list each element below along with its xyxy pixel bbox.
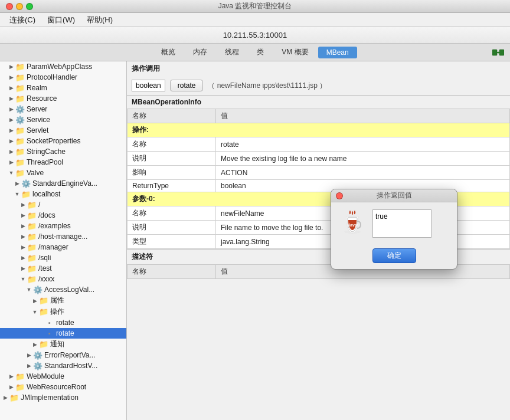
tree-node-29[interactable]: ▶📁WebModule — [0, 371, 126, 382]
tree-arrow-28: ▶ — [25, 363, 33, 369]
tree-label-21: AccessLogVal... — [44, 286, 94, 294]
tree-label-0: ParamWebAppClass — [27, 63, 92, 71]
table-section-label-0: 操作: — [128, 123, 510, 137]
tree-node-6[interactable]: ▶📁Servlet — [0, 125, 126, 136]
menu-connect[interactable]: 连接(C) — [5, 14, 40, 27]
tree-label-5: Service — [27, 116, 50, 124]
tree-icon-3: 📁 — [15, 94, 25, 103]
tree-icon-6: 📁 — [15, 126, 25, 135]
tree-node-10[interactable]: ▼📁Valve — [0, 168, 126, 178]
operation-section-header: 操作调用 — [127, 61, 510, 76]
tree-node-15[interactable]: ▶📁/examples — [0, 221, 126, 231]
tree-icon-4: ⚙️ — [15, 104, 25, 114]
svg-rect-0 — [492, 50, 497, 55]
tree-arrow-31: ▶ — [1, 395, 9, 401]
tree-node-8[interactable]: ▶📁StringCache — [0, 146, 126, 157]
tree-label-11: StandardEngineVa... — [32, 179, 97, 188]
tree-node-23[interactable]: ▼📁操作 — [0, 306, 126, 317]
tree-icon-19: 📁 — [27, 264, 37, 273]
tree-node-19[interactable]: ▶📁/test — [0, 263, 126, 274]
tab-classes[interactable]: 类 — [249, 45, 272, 59]
tree-node-27[interactable]: ▶⚙️ErrorReportVa... — [0, 350, 126, 360]
minimize-button[interactable] — [16, 3, 23, 10]
tree-arrow-16: ▶ — [19, 234, 27, 239]
tree-node-13[interactable]: ▶📁/ — [0, 199, 126, 210]
tree-arrow-23: ▼ — [31, 309, 39, 315]
tree-node-5[interactable]: ▶⚙️Service — [0, 114, 126, 125]
tree-node-31[interactable]: ▶📁JMImplementation — [0, 392, 126, 403]
tab-overview[interactable]: 概览 — [153, 45, 184, 59]
tree-label-25: rotate — [56, 329, 74, 337]
table-row-2: 说明Move the existing log file to a new na… — [128, 152, 510, 166]
tab-memory[interactable]: 内存 — [185, 45, 215, 59]
tree-label-20: /xxxx — [38, 275, 54, 283]
tree-icon-15: 📁 — [27, 221, 37, 231]
table-row-0: 操作: — [128, 123, 510, 137]
tree-label-27: ErrorReportVa... — [44, 351, 95, 359]
tree-icon-13: 📁 — [27, 200, 37, 209]
tab-vm-summary[interactable]: VM 概要 — [273, 45, 316, 59]
table-cell-name-8: 类型 — [128, 235, 216, 249]
tree-icon-23: 📁 — [39, 307, 48, 317]
tree-node-21[interactable]: ▼⚙️AccessLogVal... — [0, 284, 126, 295]
tree-label-6: Servlet — [27, 126, 48, 134]
tree-label-7: SocketProperties — [27, 137, 80, 145]
tree-label-22: 属性 — [50, 296, 64, 306]
tree-label-9: ThreadPool — [27, 158, 63, 166]
tree-label-26: 通知 — [50, 339, 64, 349]
tree-node-18[interactable]: ▶📁/sqli — [0, 252, 126, 263]
tab-mbean[interactable]: MBean — [318, 47, 357, 58]
tree-arrow-2: ▶ — [7, 85, 15, 91]
dialog-ok-button[interactable]: 确定 — [372, 248, 416, 263]
tree-node-25[interactable]: ▪rotate — [0, 328, 126, 339]
tree-node-11[interactable]: ▶⚙️StandardEngineVa... — [0, 178, 126, 189]
table-cell-name-4: ReturnType — [128, 180, 216, 192]
table-cell-name-2: 说明 — [128, 152, 216, 166]
tree-icon-21: ⚙️ — [33, 285, 42, 294]
tree-arrow-7: ▶ — [7, 138, 15, 144]
tree-arrow-13: ▶ — [19, 202, 27, 208]
table-cell-name-7: 说明 — [128, 221, 216, 235]
tree-node-3[interactable]: ▶📁Resource — [0, 93, 126, 104]
tree-label-2: Realm — [27, 84, 47, 92]
operation-section: 操作调用 boolean rotate （ newFileName ιpps\t… — [127, 61, 510, 96]
tree-node-28[interactable]: ▶⚙️StandardHostV... — [0, 360, 126, 371]
tree-node-1[interactable]: ▶📁ProtocolHandler — [0, 72, 126, 83]
operation-result-dialog[interactable]: 操作返回值 — [331, 189, 457, 270]
tab-threads[interactable]: 线程 — [217, 45, 247, 59]
dialog-body: Java true — [331, 202, 457, 245]
close-button[interactable] — [6, 3, 13, 10]
menu-help[interactable]: 帮助(H) — [82, 14, 117, 27]
tree-node-24[interactable]: ▪rotate — [0, 317, 126, 328]
tree-label-17: /manager — [38, 243, 68, 251]
tree-node-0[interactable]: ▶📁ParamWebAppClass — [0, 61, 126, 72]
tree-icon-22: 📁 — [39, 296, 48, 306]
table-cell-value-2: Move the existing log file to a new name — [216, 152, 510, 166]
tree-node-9[interactable]: ▶📁ThreadPool — [0, 157, 126, 168]
tree-node-7[interactable]: ▶📁SocketProperties — [0, 136, 126, 146]
tree-node-26[interactable]: ▶📁通知 — [0, 339, 126, 350]
dialog-close-button[interactable] — [336, 192, 343, 199]
tree-node-14[interactable]: ▶📁/docs — [0, 210, 126, 221]
table-cell-value-1: rotate — [216, 137, 510, 152]
dialog-footer: 确定 — [331, 245, 457, 269]
tree-node-17[interactable]: ▶📁/manager — [0, 242, 126, 252]
tree-node-20[interactable]: ▼📁/xxxx — [0, 274, 126, 284]
tree-arrow-10: ▼ — [7, 170, 15, 176]
invoke-button[interactable]: rotate — [170, 80, 204, 91]
tree-icon-24: ▪ — [45, 318, 54, 327]
tree-icon-7: 📁 — [15, 136, 25, 146]
tree-label-31: JMImplementation — [21, 393, 79, 402]
tree-node-22[interactable]: ▶📁属性 — [0, 295, 126, 306]
tree-node-16[interactable]: ▶📁/host-manage... — [0, 231, 126, 242]
tree-arrow-5: ▶ — [7, 117, 15, 123]
tree-icon-2: 📁 — [15, 83, 25, 93]
maximize-button[interactable] — [26, 3, 33, 10]
tree-node-4[interactable]: ▶⚙️Server — [0, 104, 126, 114]
tree-node-12[interactable]: ▼📁localhost — [0, 189, 126, 199]
tree-icon-28: ⚙️ — [33, 361, 42, 370]
menu-window[interactable]: 窗口(W) — [42, 14, 80, 27]
tree-node-2[interactable]: ▶📁Realm — [0, 83, 126, 93]
tree-node-30[interactable]: ▶📁WebResourceRoot — [0, 382, 126, 392]
tree-icon-17: 📁 — [27, 242, 37, 252]
